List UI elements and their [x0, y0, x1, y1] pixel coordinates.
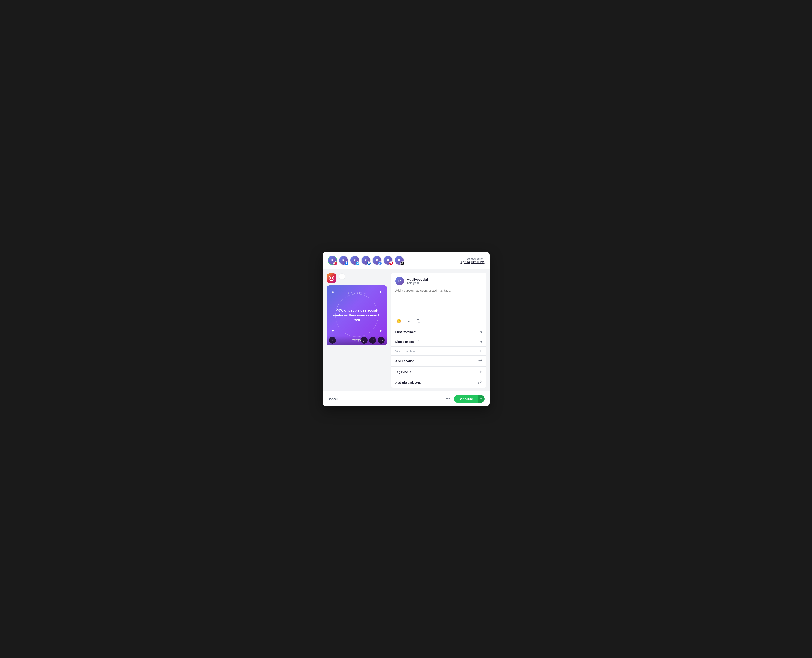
single-image-section: Single Image i ▾	[391, 337, 486, 346]
footer-right: ••• Schedule ▾	[444, 395, 484, 403]
schedule-button-group: Schedule ▾	[454, 395, 484, 403]
first-comment-section: First Comment ▾	[391, 327, 486, 337]
location-icon	[478, 359, 482, 363]
first-comment-chevron: ▾	[480, 331, 482, 334]
toolbar-row: 😊 #	[391, 315, 486, 327]
add-location-header[interactable]: Add Location	[391, 356, 486, 367]
tag-people-label: Tag People	[395, 370, 411, 374]
post-body-text: 40% of people use social media as their …	[331, 308, 382, 323]
swap-button[interactable]: ⇄	[369, 337, 376, 344]
preview-bottom-bar: + ⇄ •••	[327, 336, 387, 345]
google-badge: g	[378, 262, 382, 265]
video-thumbnail-add-button[interactable]: +	[480, 349, 482, 353]
account-username: @pallyysocial	[406, 278, 428, 281]
bio-link-section: Add Bio Link URL	[391, 377, 486, 388]
single-image-header[interactable]: Single Image i ▾	[391, 337, 486, 346]
account-avatar: P	[395, 277, 404, 285]
copy-caption-button[interactable]	[415, 318, 422, 324]
caption-input[interactable]	[395, 288, 482, 310]
sparkle-bl: ✦	[331, 329, 335, 334]
first-comment-label: First Comment	[395, 331, 417, 334]
instagram-badge	[334, 262, 337, 265]
more-options-button[interactable]: •••	[378, 337, 385, 344]
platform-icon-tiktok[interactable]: P	[395, 255, 404, 265]
tiktok-badge	[400, 262, 404, 265]
scheduled-info: Scheduled for: Apr 14, 02:00 PM	[460, 257, 484, 264]
tag-people-header[interactable]: Tag People +	[391, 367, 486, 377]
add-media-button[interactable]: +	[329, 337, 336, 344]
cancel-button[interactable]: Cancel	[328, 397, 338, 401]
tag-people-section: Tag People +	[391, 367, 486, 377]
linkedin-badge	[367, 262, 371, 265]
single-image-label-group: Single Image i	[395, 340, 419, 343]
twitter-badge	[356, 262, 360, 265]
right-panel: P @pallyysocial Instagram 😊 #	[391, 273, 486, 388]
modal-container: P ✓ P f P P	[323, 252, 490, 406]
svg-rect-0	[418, 321, 420, 323]
modal-footer: Cancel ••• Schedule ▾	[323, 391, 490, 406]
first-comment-header[interactable]: First Comment ▾	[391, 327, 486, 337]
hashtag-button[interactable]: #	[405, 318, 412, 324]
platform-icon-twitter[interactable]: P	[350, 255, 359, 265]
platform-header: P ✓ P f P P	[323, 252, 490, 269]
video-thumbnail-label: Video Thumbnail: 0s	[395, 349, 421, 352]
video-thumbnail-row: Video Thumbnail: 0s +	[391, 346, 486, 356]
platform-icons-row: P ✓ P f P P	[328, 255, 404, 265]
scheduled-date[interactable]: Apr 14, 02:00 PM	[460, 260, 484, 264]
sparkle-tr: ✦	[379, 290, 382, 295]
left-panel: ▲ STATS & DATA ✦ ✦ ✦ ✦ 40% of people use…	[323, 269, 391, 391]
pinterest-badge	[389, 262, 393, 265]
modal-body: ▲ STATS & DATA ✦ ✦ ✦ ✦ 40% of people use…	[323, 269, 490, 391]
more-actions-button[interactable]: •••	[444, 395, 452, 403]
svg-point-1	[480, 360, 480, 361]
facebook-badge: f	[345, 262, 348, 265]
scheduled-for-label: Scheduled for:	[467, 257, 484, 260]
account-platform: Instagram	[406, 281, 428, 285]
sparkle-tl: ✦	[331, 290, 335, 295]
add-location-label: Add Location	[395, 359, 414, 363]
stats-label: STATS & DATA	[348, 292, 366, 294]
bio-link-label: Add Bio Link URL	[395, 381, 421, 384]
platform-icon-facebook[interactable]: P f	[339, 255, 348, 265]
single-image-chevron: ▾	[480, 340, 482, 343]
schedule-dropdown-button[interactable]: ▾	[478, 395, 484, 403]
platform-icon-pinterest[interactable]: P	[383, 255, 393, 265]
schedule-button[interactable]: Schedule	[454, 395, 478, 403]
platform-icon-instagram[interactable]: P ✓	[328, 255, 337, 265]
caption-section: P @pallyysocial Instagram	[391, 273, 486, 315]
collapse-button[interactable]: ▲	[339, 273, 345, 280]
info-icon: i	[415, 340, 419, 343]
expand-button[interactable]	[361, 337, 368, 344]
tag-people-add-icon: +	[480, 370, 482, 374]
bio-link-header[interactable]: Add Bio Link URL	[391, 377, 486, 388]
single-image-label: Single Image	[395, 340, 414, 343]
post-preview: STATS & DATA ✦ ✦ ✦ ✦ 40% of people use s…	[327, 285, 387, 345]
account-row: P @pallyysocial Instagram	[395, 277, 482, 285]
emoji-button[interactable]: 😊	[395, 318, 402, 324]
platform-icon-linkedin[interactable]: P	[361, 255, 370, 265]
sparkle-br: ✦	[379, 329, 382, 334]
link-icon	[478, 380, 482, 385]
platform-icon-google[interactable]: P g	[372, 255, 382, 265]
add-location-section: Add Location	[391, 356, 486, 367]
instagram-platform-icon	[327, 273, 336, 283]
